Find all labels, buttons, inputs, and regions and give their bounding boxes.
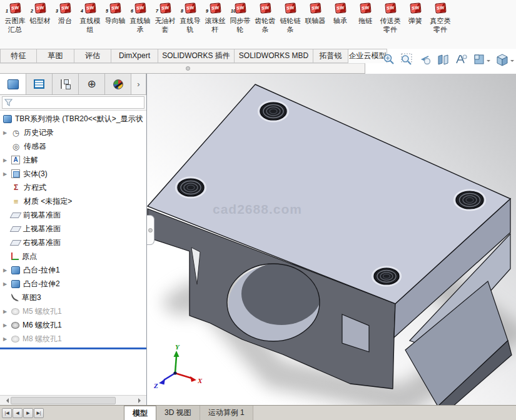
tree-item-top-plane[interactable]: 上视基准面 [0,222,146,236]
tab-evaluate[interactable]: 评估 [74,49,111,63]
view-orientation-icon[interactable] [495,52,515,68]
nav-next-icon[interactable]: ▶ [23,408,33,418]
view-settings-icon[interactable] [454,52,468,68]
tree-item-annotations[interactable]: 注解 [0,153,146,167]
tree-item-part-root[interactable]: TBR系列滑块 (TBR20<<默认>_显示状 [0,112,146,126]
toolbar-item-sprocket-chain[interactable]: SW链轮链 条 [278,2,303,34]
expand-arrow-icon[interactable] [3,158,11,163]
toolbar-item-guide-shaft[interactable]: 5SW导向轴 [103,2,128,26]
toolbar-item-aluminum-profile[interactable]: 2SW铝型材 [28,2,53,26]
tab-sw-addins[interactable]: SOLIDWORKS 插件 [158,49,235,63]
toolbar-item-spring[interactable]: SW弹簧 [403,2,428,26]
expand-arrow-icon[interactable] [3,322,11,328]
toolbar-item-oilless-bushing[interactable]: 7SW无油衬 套 [153,2,178,34]
previous-view-icon[interactable] [418,52,432,68]
nav-prev-icon[interactable]: ◀ [13,408,23,418]
toolbar-item-conveyor-parts[interactable]: SW传送类 零件 [378,2,403,34]
expand-more-icon[interactable]: › [131,74,146,94]
toolbar-item-slide-table[interactable]: 3SW滑台 [53,2,78,26]
tab-3d-views[interactable]: 3D 视图 [156,406,200,420]
property-manager-icon[interactable] [26,74,53,94]
expand-arrow-icon[interactable] [3,281,11,287]
sw-cube-icon: 8SW [182,2,198,17]
expand-arrow-icon[interactable] [3,309,11,314]
tree-item-origin[interactable]: 原点 [0,249,146,263]
sw-cube-icon: 4SW [82,2,98,17]
tree-item-solid-bodies[interactable]: 实体(3) [0,167,146,181]
tab-sketch[interactable]: 草图 [37,49,74,63]
tree-item-m6-thread-hole[interactable]: M6 螺纹孔1 [0,318,146,332]
toolbar-item-bearing[interactable]: SW轴承 [328,2,353,26]
nav-last-icon[interactable]: ▶| [34,408,44,418]
toolbar-item-gear-rack[interactable]: SW齿轮齿 条 [253,2,278,34]
dimxpert-icon[interactable] [79,74,105,94]
expand-arrow-icon[interactable] [3,130,11,136]
toolbar-item-linear-bearing[interactable]: 6SW直线轴 承 [128,2,153,34]
tree-item-front-plane[interactable]: 前视基准面 [0,208,146,222]
sw-cube-icon: SW [357,2,373,17]
toolbar-item-cloud-library[interactable]: 1SW云图库 汇总 [3,2,28,34]
triad-y-label: Y [175,343,180,351]
tree-item-m8-thread-hole[interactable]: M8 螺纹孔1 [0,332,146,346]
tree-filter-input[interactable] [15,99,144,106]
tab-model[interactable]: 模型 [124,406,156,420]
tree-item-m5-thread-hole[interactable]: M5 螺纹孔1 [0,304,146,318]
plane-icon [10,226,22,232]
sw-cube-icon: SW [257,2,273,17]
expand-arrow-icon[interactable] [3,171,11,177]
panel-horizontal-scrollbar [0,395,146,405]
toolbar-item-linear-module[interactable]: 4SW直线模 组 [78,2,103,34]
tab-features[interactable]: 特征 [0,49,37,63]
tree-item-boss-extrude1[interactable]: 凸台-拉伸1 [0,263,146,277]
toolbar-item-linear-rail[interactable]: 8SW直线导 轨 [178,2,203,34]
thread-hole-left [176,178,206,198]
tree-item-history[interactable]: 历史记录 [0,126,146,139]
plane-icon [10,240,22,246]
toolbar-item-ball-screw[interactable]: 9SW滚珠丝 杆 [203,2,228,34]
bottom-tab-bar: |◀ ◀ ▶ ▶| 模型 3D 视图 运动算例 1 [0,405,516,420]
sw-cube-icon: SW [432,2,448,17]
zoom-area-icon[interactable] [400,52,414,68]
tab-motion-study[interactable]: 运动算例 1 [200,406,253,420]
tree-item-boss-extrude2[interactable]: 凸台-拉伸2 [0,277,146,291]
tab-dimxpert[interactable]: DimXpert [111,49,158,63]
solid-bodies-icon [11,169,20,178]
tab-topui[interactable]: 拓普锐 [313,49,348,63]
nav-first-icon[interactable]: |◀ [2,408,12,418]
expand-arrow-icon[interactable] [3,268,11,273]
part-icon [3,115,12,123]
panel-splitter-handle[interactable] [147,215,154,245]
toolbar-item-coupling[interactable]: SW联轴器 [303,2,328,26]
toolbar-item-drag-chain[interactable]: SW拖链 [353,2,378,26]
tree-item-sketch3[interactable]: 草图3 [0,291,146,304]
sensor-icon [11,142,21,151]
expand-arrow-icon[interactable] [3,336,11,342]
tab-sw-mbd[interactable]: SOLIDWORKS MBD [235,49,313,63]
toolbar-item-vacuum-parts[interactable]: SW真空类 零件 [428,2,453,34]
zoom-fit-icon[interactable] [382,52,396,68]
scroll-right-icon[interactable] [136,396,145,404]
scrollbar-thumb[interactable] [11,397,116,404]
extrude-icon [11,266,20,274]
material-icon [11,197,21,206]
appearance-icon[interactable] [472,52,491,68]
tree-item-material[interactable]: 材质 <未指定> [0,194,146,208]
graphics-viewport[interactable]: Y X Z cad2688.com [147,74,516,405]
origin-icon [11,252,19,260]
thread-hole-top [258,101,288,122]
section-view-icon[interactable] [436,52,450,68]
tree-item-sensors[interactable]: 传感器 [0,139,146,153]
sw-cube-icon: SW [407,2,423,17]
model-3d-slide-block: Y X Z [147,74,516,405]
strip-handle-dot[interactable] [186,66,190,71]
collapsed-command-strip[interactable] [0,63,365,74]
rollback-bar[interactable] [0,348,146,349]
feature-manager-icon[interactable] [0,74,26,94]
scroll-left-icon[interactable] [1,396,11,404]
tree-item-equations[interactable]: 方程式 [0,181,146,194]
thread-hole-icon [11,308,19,315]
tree-item-right-plane[interactable]: 右视基准面 [0,236,146,249]
display-manager-icon[interactable] [105,74,131,94]
toolbar-item-timing-pulley[interactable]: 10SW同步带 轮 [228,2,253,34]
configuration-manager-icon[interactable] [53,74,79,94]
